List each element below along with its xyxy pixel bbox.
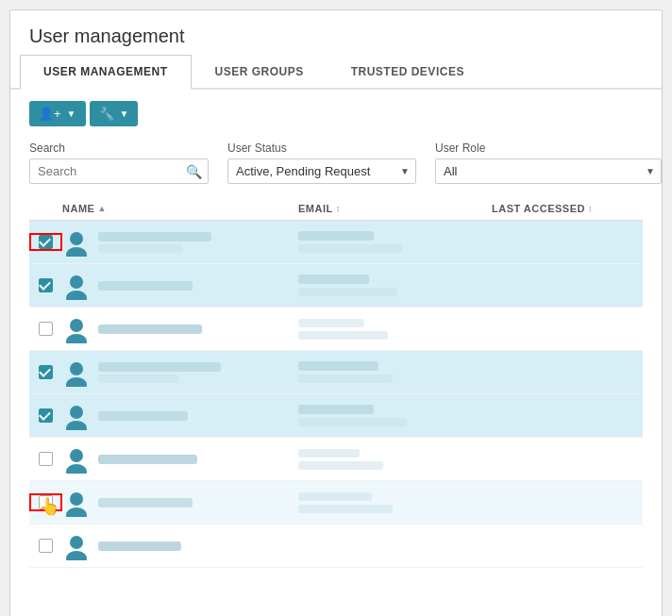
row7-name-blur [98, 498, 193, 508]
avatar-icon [62, 272, 91, 300]
svg-point-2 [70, 275, 83, 289]
row7-email-cell [298, 492, 492, 513]
svg-point-12 [70, 492, 83, 506]
row2-checkbox[interactable] [39, 278, 53, 292]
search-icon: 🔍 [186, 164, 202, 179]
avatar-icon [62, 315, 91, 343]
tab-user-management[interactable]: USER MANAGEMENT [20, 55, 192, 90]
row8-checkbox[interactable] [39, 539, 53, 553]
search-input[interactable] [29, 158, 209, 184]
search-label: Search [29, 142, 209, 155]
row5-checkbox-cell [29, 408, 62, 423]
row3-email2-blur [298, 331, 388, 340]
svg-point-0 [70, 232, 83, 245]
row5-email1-blur [298, 405, 374, 414]
table-header: NAME ▲ EMAIL ↕ LAST ACCESSED ↕ [29, 195, 643, 221]
svg-point-3 [66, 291, 87, 300]
svg-point-10 [70, 449, 83, 462]
avatar-icon [62, 228, 91, 257]
row1-checkbox[interactable] [39, 235, 53, 249]
filters-bar: Search 🔍 User Status Active, Pending Req… [10, 134, 662, 195]
svg-point-1 [66, 247, 87, 257]
manage-icon: 🔧 [99, 107, 114, 121]
row5-user-info [98, 411, 188, 421]
name-sort-icon: ▲ [97, 204, 106, 213]
avatar-icon [62, 402, 91, 430]
manage-chevron-icon: ▼ [120, 108, 129, 119]
svg-point-13 [66, 508, 87, 517]
row1-email2-blur [298, 244, 402, 253]
email-sort[interactable]: EMAIL ↕ [298, 203, 341, 214]
row6-user-cell [62, 445, 298, 474]
row6-user-info [98, 455, 197, 464]
row3-checkbox[interactable] [39, 322, 53, 336]
search-wrapper: 🔍 [29, 158, 209, 184]
svg-point-6 [70, 362, 83, 375]
table-row [29, 524, 643, 568]
row8-name-blur [98, 541, 181, 551]
row1-avatar [62, 228, 91, 257]
row4-avatar [62, 358, 91, 387]
row4-user-info [98, 362, 221, 383]
header-last-accessed: LAST ACCESSED ↕ [492, 203, 643, 214]
manage-button[interactable]: 🔧 ▼ [90, 101, 139, 126]
name-sort[interactable]: NAME ▲ [62, 203, 107, 214]
row2-avatar [62, 272, 91, 300]
row8-user-cell [62, 532, 298, 560]
svg-point-11 [66, 464, 87, 474]
svg-point-8 [70, 406, 83, 419]
row3-checkbox-cell [29, 322, 62, 336]
last-accessed-sort-icon: ↕ [588, 204, 593, 213]
row6-avatar [62, 445, 91, 474]
row5-name-blur [98, 411, 188, 421]
row4-user-cell [62, 358, 298, 387]
row7-email1-blur [298, 492, 372, 501]
row4-detail-blur [98, 375, 178, 383]
role-select[interactable]: All Admin User [435, 158, 662, 184]
page-title: User management [10, 10, 662, 55]
row1-email-cell [298, 231, 492, 253]
row6-checkbox[interactable] [39, 452, 53, 466]
row4-email-cell [298, 361, 492, 383]
row7-checkbox[interactable] [39, 495, 53, 509]
row4-checkbox-cell [29, 365, 62, 379]
row2-email1-blur [298, 275, 369, 284]
row4-email1-blur [298, 361, 378, 371]
row2-user-cell [62, 272, 298, 300]
svg-point-5 [66, 334, 87, 343]
row7-avatar [62, 489, 91, 517]
row1-user-cell [62, 228, 298, 257]
table-row [29, 351, 643, 394]
add-user-button[interactable]: 👤+ ▼ [29, 101, 86, 126]
row2-email2-blur [298, 288, 397, 296]
tab-user-groups[interactable]: USER GROUPS [192, 55, 328, 88]
row7-email2-blur [298, 505, 393, 513]
role-select-wrapper: All Admin User ▼ [435, 158, 662, 184]
row4-checkbox[interactable] [39, 365, 53, 379]
row6-email-cell [298, 449, 492, 470]
main-window: User management USER MANAGEMENT USER GRO… [9, 9, 663, 616]
row1-detail-blur [98, 244, 183, 253]
role-filter: User Role All Admin User ▼ [435, 142, 662, 184]
email-sort-icon: ↕ [336, 204, 341, 213]
row6-checkbox-cell [29, 452, 62, 466]
row5-avatar [62, 402, 91, 430]
header-checkbox-col [29, 203, 62, 214]
tab-trusted-devices[interactable]: TRUSTED DEVICES [328, 55, 488, 88]
row5-checkbox[interactable] [39, 408, 53, 423]
row3-name-blur [98, 325, 202, 334]
svg-point-7 [66, 377, 87, 387]
add-user-icon: 👤+ [39, 107, 61, 121]
status-select[interactable]: Active, Pending Request Active Pending R… [227, 158, 416, 184]
row1-name-blur [98, 232, 211, 241]
row1-email1-blur [298, 231, 374, 241]
last-accessed-sort[interactable]: LAST ACCESSED ↕ [492, 203, 593, 214]
avatar-icon [62, 358, 91, 387]
svg-point-4 [70, 319, 83, 332]
row2-checkbox-cell [29, 278, 62, 292]
svg-point-9 [66, 421, 87, 430]
row6-name-blur [98, 455, 197, 464]
toolbar: 👤+ ▼ 🔧 ▼ [10, 90, 662, 134]
row8-checkbox-cell [29, 539, 62, 553]
tab-bar: USER MANAGEMENT USER GROUPS TRUSTED DEVI… [10, 55, 662, 90]
